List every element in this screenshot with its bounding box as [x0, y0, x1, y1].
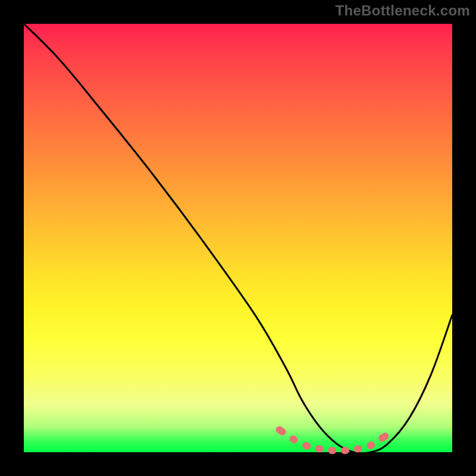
valley-marker — [289, 434, 299, 444]
valley-marker — [365, 440, 376, 450]
valley-marker — [328, 447, 337, 455]
chart-overlay — [24, 24, 452, 452]
valley-marker — [274, 425, 287, 437]
watermark-text: TheBottleneck.com — [336, 2, 470, 19]
valley-marker — [302, 441, 312, 450]
valley-marker — [377, 431, 390, 443]
valley-marker — [315, 444, 324, 453]
bottleneck-curve-line — [24, 24, 452, 453]
chart-canvas: TheBottleneck.com — [0, 0, 476, 476]
